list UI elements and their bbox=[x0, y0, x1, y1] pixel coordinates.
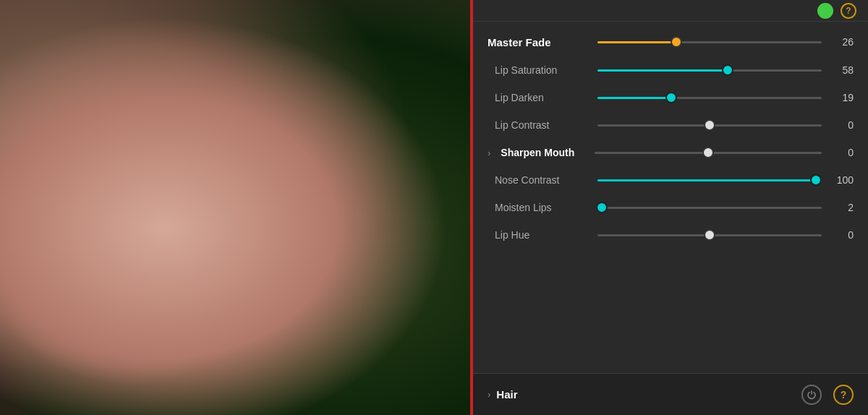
hair-label: Hair bbox=[496, 388, 801, 401]
master-fade-row: Master Fade 26 bbox=[473, 27, 868, 56]
nose-contrast-thumb[interactable] bbox=[810, 174, 822, 186]
master-fade-track bbox=[597, 41, 822, 43]
sharpen-mouth-thumb[interactable] bbox=[702, 147, 714, 158]
nose-contrast-label: Nose Contrast bbox=[495, 174, 589, 186]
hair-section-bar: › Hair ? bbox=[473, 373, 868, 415]
green-status-icon[interactable] bbox=[817, 3, 833, 19]
sliders-area: Master Fade 26 Lip Saturation 58 Lip Dar… bbox=[473, 22, 868, 373]
lip-saturation-value: 58 bbox=[830, 64, 854, 76]
nose-contrast-slider[interactable] bbox=[597, 173, 822, 187]
sharpen-mouth-row: › Sharpen Mouth 0 bbox=[473, 139, 868, 166]
moisten-lips-row: Moisten Lips 2 bbox=[473, 194, 868, 221]
lip-hue-track bbox=[597, 234, 822, 236]
moisten-lips-track bbox=[597, 207, 822, 209]
lip-darken-thumb[interactable] bbox=[665, 92, 677, 103]
lip-contrast-track bbox=[597, 124, 822, 127]
lip-darken-slider[interactable] bbox=[597, 90, 822, 105]
sharpen-mouth-chevron[interactable]: › bbox=[488, 147, 490, 158]
hair-chevron-icon[interactable]: › bbox=[488, 389, 490, 400]
lip-contrast-row: Lip Contrast 0 bbox=[473, 111, 868, 139]
lip-saturation-slider[interactable] bbox=[597, 63, 822, 77]
face-layer bbox=[0, 0, 470, 415]
lip-darken-value: 19 bbox=[830, 92, 854, 103]
lip-hue-slider[interactable] bbox=[597, 228, 822, 242]
sharpen-mouth-track bbox=[595, 152, 822, 154]
master-fade-thumb[interactable] bbox=[671, 36, 682, 48]
nose-contrast-track bbox=[597, 179, 822, 181]
sharpen-mouth-label: Sharpen Mouth bbox=[501, 147, 586, 158]
master-fade-label: Master Fade bbox=[488, 36, 589, 48]
lip-saturation-thumb[interactable] bbox=[722, 64, 733, 76]
lip-contrast-label: Lip Contrast bbox=[495, 119, 589, 131]
lip-contrast-slider[interactable] bbox=[597, 118, 822, 132]
top-icons-bar: ? bbox=[473, 0, 868, 22]
moisten-lips-thumb[interactable] bbox=[596, 202, 608, 213]
moisten-lips-label: Moisten Lips bbox=[495, 202, 589, 213]
sharpen-mouth-slider[interactable] bbox=[595, 145, 822, 160]
right-panel: ? Master Fade 26 Lip Saturation 58 bbox=[473, 0, 868, 415]
lip-darken-row: Lip Darken 19 bbox=[473, 84, 868, 111]
master-fade-value: 26 bbox=[830, 36, 854, 48]
lip-saturation-track bbox=[597, 69, 822, 72]
lip-saturation-label: Lip Saturation bbox=[495, 64, 589, 76]
lip-contrast-value: 0 bbox=[830, 119, 854, 131]
lip-darken-track bbox=[597, 97, 822, 99]
lip-hue-row: Lip Hue 0 bbox=[473, 221, 868, 249]
lip-darken-label: Lip Darken bbox=[495, 92, 589, 103]
nose-contrast-value: 100 bbox=[830, 174, 854, 186]
moisten-lips-value: 2 bbox=[830, 202, 854, 213]
lip-contrast-thumb[interactable] bbox=[704, 119, 715, 131]
sharpen-mouth-value: 0 bbox=[830, 147, 854, 158]
photo-background bbox=[0, 0, 470, 415]
lip-hue-thumb[interactable] bbox=[704, 229, 715, 241]
nose-contrast-row: Nose Contrast 100 bbox=[473, 166, 868, 194]
photo-panel bbox=[0, 0, 470, 415]
svg-point-0 bbox=[822, 8, 828, 14]
lip-hue-label: Lip Hue bbox=[495, 229, 589, 241]
master-fade-slider[interactable] bbox=[597, 35, 822, 49]
yellow-question-icon[interactable]: ? bbox=[841, 3, 856, 19]
lip-saturation-row: Lip Saturation 58 bbox=[473, 56, 868, 84]
help-button[interactable]: ? bbox=[833, 385, 854, 405]
moisten-lips-slider[interactable] bbox=[597, 200, 822, 215]
power-button[interactable] bbox=[801, 385, 822, 405]
bottom-icons: ? bbox=[801, 385, 854, 405]
lip-hue-value: 0 bbox=[830, 229, 854, 241]
